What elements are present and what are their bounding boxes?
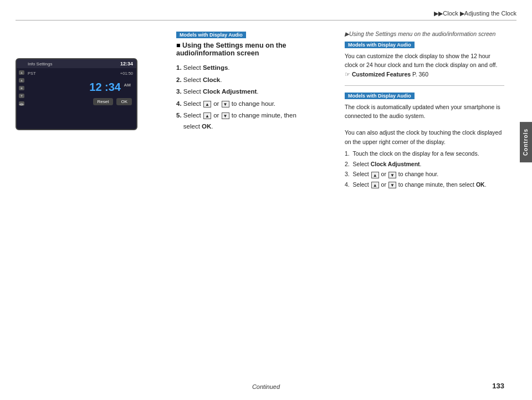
down-icon: ▼ — [222, 101, 229, 107]
mid-section: Models with Display Audio Using the Sett… — [176, 30, 336, 375]
right-block-2: Models with Display Audio The clock is a… — [345, 91, 504, 189]
right-step-1: 1. Touch the clock on the display for a … — [345, 149, 504, 158]
right-columns: Models with Display Audio Using the Sett… — [176, 30, 504, 375]
screen-buttons: Reset OK — [17, 96, 136, 107]
right-badge-1: Models with Display Audio — [345, 42, 415, 48]
icon-4: ▼ — [19, 94, 24, 98]
arrow-right-icon: ☞ — [345, 71, 350, 78]
step-3: 3. Select Clock Adjustment. — [176, 86, 336, 98]
top-divider — [16, 20, 516, 20]
icon-2: ▲ — [19, 78, 24, 83]
right-steps-list: 1. Touch the clock on the display for a … — [345, 149, 504, 189]
icon-row: ▲ ▲ ■ ▼ ◀▶ — [19, 70, 24, 106]
right-section: ▶Using the Settings menu on the audio/in… — [345, 30, 504, 375]
step-2: 2. Select Clock. — [176, 75, 336, 86]
screen-row-1: PST +01:50 — [20, 70, 133, 76]
screen-body: PST +01:50 — [17, 68, 136, 79]
right-block-2-text1: The clock is automatically updated when … — [345, 102, 504, 121]
right-badge-2: Models with Display Audio — [345, 93, 415, 99]
icon-1: ▲ — [19, 70, 24, 75]
mid-title: Using the Settings menu on the audio/inf… — [176, 42, 336, 57]
customized-features-label: Customized Features — [352, 71, 411, 78]
customized-features-link: ☞ Customized Features P. 360 — [345, 70, 504, 79]
down-icon-r2: ▼ — [388, 182, 396, 188]
screen-header: Info Settings 12:34 — [17, 59, 136, 68]
step-1: 1. Select Settings. — [176, 63, 336, 74]
up-icon-2: ▲ — [203, 112, 211, 119]
icon-3: ■ — [19, 86, 24, 90]
up-icon-r1: ▲ — [371, 172, 379, 178]
reset-button[interactable]: Reset — [93, 98, 114, 105]
breadcrumb: ▶▶Clock ▶Adjusting the Clock — [434, 10, 516, 17]
ok-button[interactable]: OK — [116, 98, 132, 105]
screen-header-left: Info Settings — [28, 61, 52, 66]
left-column: ▲ ▲ ■ ▼ ◀▶ Info Settings 12:34 PST +01:5… — [16, 30, 165, 375]
breadcrumb-text: ▶▶Clock ▶Adjusting the Clock — [434, 10, 516, 17]
clock-display: 12 :34 AM — [17, 79, 136, 96]
up-icon: ▲ — [203, 101, 211, 107]
right-block-2-text2: You can also adjust the clock by touchin… — [345, 128, 504, 146]
continued-label: Continued — [252, 383, 280, 390]
up-icon-r2: ▲ — [371, 182, 379, 188]
step-5: 5. Select ▲ or ▼ to change minute, then … — [176, 110, 336, 132]
right-step-3: 3. Select ▲ or ▼ to change hour. — [345, 170, 504, 179]
right-italic-header: ▶Using the Settings menu on the audio/in… — [345, 30, 504, 37]
right-step-4: 4. Select ▲ or ▼ to change minute, then … — [345, 180, 504, 189]
mid-heading-block: Using the Settings menu on the audio/inf… — [176, 42, 336, 57]
page-number: 133 — [492, 382, 504, 390]
car-screen-image: ▲ ▲ ■ ▼ ◀▶ Info Settings 12:34 PST +01:5… — [16, 58, 137, 130]
controls-tab: Controls — [520, 122, 532, 162]
icon-5: ◀▶ — [19, 101, 24, 106]
divider — [345, 85, 504, 86]
down-icon-r1: ▼ — [388, 172, 396, 178]
down-icon-2: ▼ — [222, 112, 229, 119]
step-4: 4. Select ▲ or ▼ to change hour. — [176, 99, 336, 110]
right-step-2: 2. Select Clock Adjustment. — [345, 160, 504, 169]
screen-time: 12:34 — [120, 61, 133, 66]
right-block-1-text: You can customize the clock display to s… — [345, 52, 504, 79]
steps-list: 1. Select Settings. 2. Select Clock. 3. … — [176, 63, 336, 132]
main-content: ▲ ▲ ■ ▼ ◀▶ Info Settings 12:34 PST +01:5… — [16, 30, 504, 375]
right-block-1: Models with Display Audio You can custom… — [345, 40, 504, 79]
mid-badge: Models with Display Audio — [176, 32, 246, 38]
